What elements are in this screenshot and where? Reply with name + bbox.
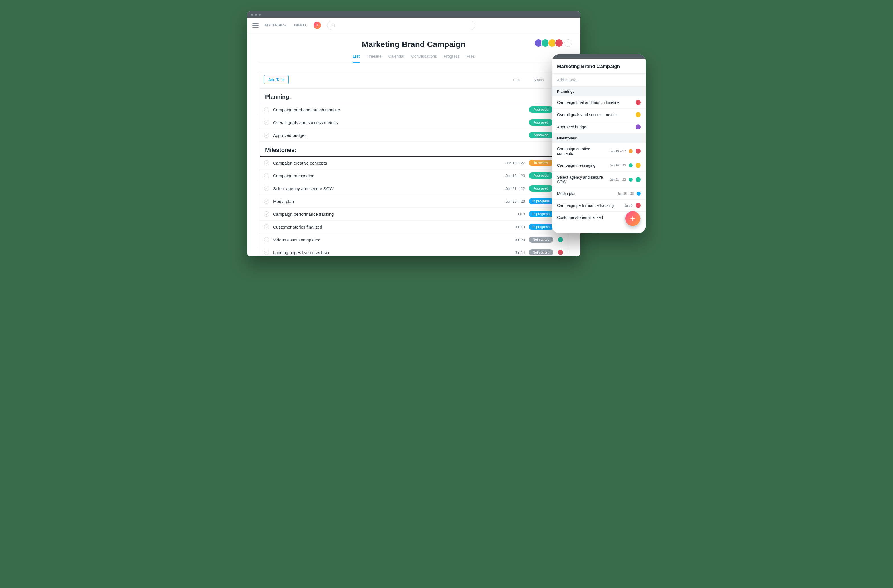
task-row[interactable]: Approved budgetApproved	[259, 129, 569, 142]
mobile-task-row[interactable]: Approved budget	[552, 121, 646, 133]
nav-inbox[interactable]: INBOX	[294, 23, 307, 27]
mobile-section-header[interactable]: Planning:	[552, 87, 646, 96]
mobile-assignee-avatar[interactable]	[636, 124, 641, 129]
tab-list[interactable]: List	[353, 54, 360, 63]
task-due: Jun 18 – 20	[499, 174, 525, 178]
tab-progress[interactable]: Progress	[443, 54, 460, 63]
fab-add-button[interactable]: +	[625, 211, 640, 226]
status-pill[interactable]: In progress	[529, 211, 553, 217]
mobile-assignee-avatar[interactable]	[636, 148, 641, 154]
svg-line-1	[334, 26, 335, 27]
mobile-task-row[interactable]: Select agency and secure SOWJun 21 – 22	[552, 172, 646, 188]
mobile-assignee-avatar[interactable]	[636, 112, 641, 117]
search-input[interactable]	[327, 21, 475, 30]
mobile-assignee-avatar[interactable]	[636, 163, 641, 168]
mobile-task-due: Jun 18 – 20	[610, 164, 626, 167]
complete-check-icon[interactable]	[264, 224, 269, 230]
mobile-section-header[interactable]: Milestones:	[552, 133, 646, 143]
mobile-task-row[interactable]: Campaign performance trackingJuly 3	[552, 200, 646, 212]
project-header: Marketing Brand Campaign + ListTimelineC…	[247, 33, 580, 63]
task-due: Jun 19 – 27	[499, 161, 525, 165]
assignee-avatar[interactable]	[557, 237, 564, 243]
tab-files[interactable]: Files	[466, 54, 475, 63]
task-row[interactable]: Campaign messagingJun 18 – 20Approved	[259, 170, 569, 182]
task-row[interactable]: Overall goals and success metricsApprove…	[259, 116, 569, 129]
task-name: Approved budget	[273, 133, 495, 138]
task-row[interactable]: Landing pages live on websiteJul 24Not s…	[259, 246, 569, 255]
mobile-task-name: Overall goals and success metrics	[557, 112, 633, 117]
status-pill[interactable]: Approved	[529, 185, 553, 192]
mobile-assignee-avatar[interactable]	[636, 177, 641, 182]
mobile-status-dot	[637, 192, 641, 195]
task-name: Campaign creative concepts	[273, 160, 495, 165]
task-due: Jul 3	[499, 212, 525, 216]
complete-check-icon[interactable]	[264, 212, 269, 217]
mobile-task-row[interactable]: Campaign messagingJun 18 – 20	[552, 159, 646, 172]
status-pill[interactable]: Approved	[529, 119, 553, 126]
mobile-status-dot	[629, 149, 633, 153]
mobile-task-due: Jun 21 – 22	[610, 178, 626, 181]
mobile-task-row[interactable]: Overall goals and success metrics	[552, 109, 646, 121]
complete-check-icon[interactable]	[264, 199, 269, 204]
task-name: Campaign performance tracking	[273, 212, 495, 217]
task-row[interactable]: Select agency and secure SOWJun 21 – 22A…	[259, 182, 569, 195]
add-member-button[interactable]: +	[564, 39, 572, 46]
search-icon	[331, 23, 335, 27]
add-task-button[interactable]: Add Task	[264, 75, 289, 84]
task-row[interactable]: Media planJun 25 – 26In progress	[259, 195, 569, 208]
mobile-task-row[interactable]: Campaign creative conceptsJun 19 – 27	[552, 143, 646, 159]
mobile-window: Marketing Brand Campaign Add a task… Pla…	[552, 54, 646, 233]
status-pill[interactable]: In progress	[529, 198, 553, 204]
task-row[interactable]: Customer stories finalizedJul 10In progr…	[259, 220, 569, 233]
mobile-task-name: Customer stories finalized	[557, 215, 630, 220]
section-header[interactable]: Planning:	[260, 88, 568, 104]
mobile-task-row[interactable]: Campaign brief and launch timeline	[552, 96, 646, 109]
complete-check-icon[interactable]	[264, 133, 269, 138]
complete-check-icon[interactable]	[264, 237, 269, 242]
complete-check-icon[interactable]	[264, 173, 269, 178]
mobile-status-dot	[629, 164, 633, 167]
task-row[interactable]: Campaign brief and launch timelineApprov…	[259, 104, 569, 116]
tab-conversations[interactable]: Conversations	[412, 54, 437, 63]
task-row[interactable]: Videos assets completedJul 20Not started	[259, 233, 569, 246]
mobile-add-task[interactable]: Add a task…	[552, 74, 646, 87]
mobile-assignee-avatar[interactable]	[636, 203, 641, 208]
status-pill[interactable]: Approved	[529, 132, 553, 138]
tab-calendar[interactable]: Calendar	[388, 54, 404, 63]
complete-check-icon[interactable]	[264, 186, 269, 191]
top-bar: MY TASKS INBOX +	[247, 18, 580, 33]
assignee-avatar[interactable]	[557, 249, 564, 255]
complete-check-icon[interactable]	[264, 120, 269, 125]
mobile-header: Marketing Brand Campaign	[552, 58, 646, 74]
quick-add-button[interactable]: +	[314, 22, 321, 29]
task-due: Jun 21 – 22	[499, 186, 525, 190]
task-name: Select agency and secure SOW	[273, 186, 495, 191]
nav-my-tasks[interactable]: MY TASKS	[265, 23, 286, 27]
mobile-assignee-avatar[interactable]	[636, 100, 641, 105]
tab-timeline[interactable]: Timeline	[367, 54, 381, 63]
task-due: Jul 10	[499, 225, 525, 229]
task-name: Videos assets completed	[273, 237, 495, 242]
mobile-project-title: Marketing Brand Campaign	[557, 64, 641, 69]
member-avatar[interactable]	[555, 39, 563, 47]
mobile-task-row[interactable]: Media planJun 25 – 26	[552, 188, 646, 200]
mobile-task-name: Approved budget	[557, 124, 633, 129]
menu-icon[interactable]	[252, 23, 259, 28]
status-pill[interactable]: In progress	[529, 224, 553, 230]
window-dot	[259, 14, 260, 16]
complete-check-icon[interactable]	[264, 160, 269, 165]
status-pill[interactable]: Not started	[529, 237, 553, 243]
view-tabs: ListTimelineCalendarConversationsProgres…	[259, 54, 569, 63]
section-header[interactable]: Milestones:	[260, 142, 568, 156]
mobile-task-name: Campaign messaging	[557, 163, 607, 168]
status-pill[interactable]: Not started	[529, 249, 553, 255]
complete-check-icon[interactable]	[264, 107, 269, 112]
project-title: Marketing Brand Campaign	[259, 40, 569, 49]
status-pill[interactable]: Approved	[529, 106, 553, 113]
task-row[interactable]: Campaign performance trackingJul 3In pro…	[259, 208, 569, 220]
task-row[interactable]: Campaign creative conceptsJun 19 – 27In …	[259, 156, 569, 170]
complete-check-icon[interactable]	[264, 250, 269, 255]
window-dot	[251, 14, 253, 16]
status-pill[interactable]: In review	[529, 160, 553, 166]
status-pill[interactable]: Approved	[529, 172, 553, 179]
